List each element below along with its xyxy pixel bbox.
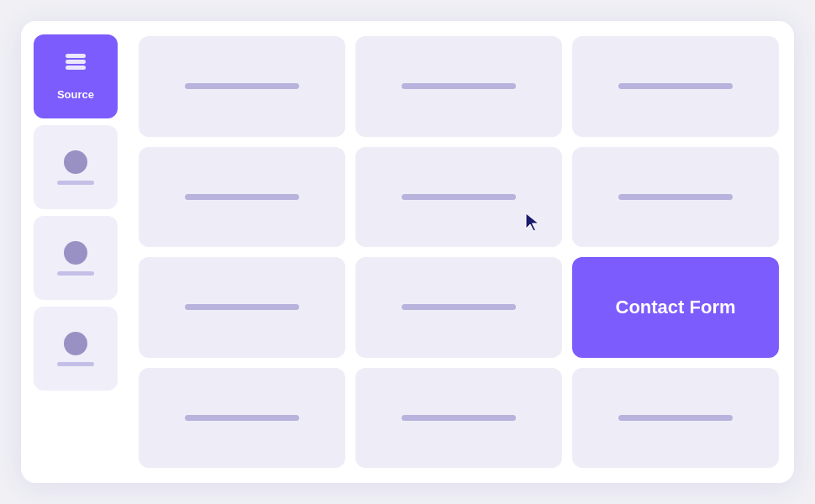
user1-bar: [57, 181, 94, 185]
cell-bar: [185, 83, 298, 89]
sidebar: Source: [21, 21, 130, 483]
cell-bar: [618, 83, 732, 89]
svg-rect-0: [66, 66, 86, 70]
grid-cell-r1c0[interactable]: [139, 147, 345, 248]
grid-row-3: [139, 368, 779, 469]
cell-bar: [402, 304, 515, 310]
user2-bar: [57, 271, 94, 276]
sidebar-item-source-label: Source: [57, 88, 94, 101]
svg-rect-1: [66, 60, 86, 64]
sidebar-item-user3[interactable]: [34, 307, 118, 391]
grid-cell-r0c0[interactable]: [139, 36, 345, 137]
grid-cell-r1c1[interactable]: [355, 147, 562, 248]
grid-cell-r2c1[interactable]: [355, 257, 562, 358]
cell-bar: [402, 415, 515, 421]
cell-bar: [402, 194, 515, 200]
sidebar-item-user2[interactable]: [34, 216, 118, 300]
grid-row-1: [139, 147, 779, 248]
cell-bar: [185, 194, 298, 200]
contact-form-label: Contact Form: [616, 297, 736, 318]
main-grid-area: Contact Form: [130, 21, 794, 483]
sidebar-item-user1[interactable]: [34, 125, 118, 209]
grid-cell-r2c0[interactable]: [139, 257, 345, 358]
grid-row-0: [139, 36, 779, 137]
grid-cell-r1c2[interactable]: [572, 147, 779, 248]
sidebar-item-source[interactable]: Source: [34, 34, 118, 118]
cursor-overlay: [523, 212, 542, 237]
user1-avatar: [64, 150, 87, 174]
app-container: Source: [21, 21, 794, 483]
grid-cell-r3c0[interactable]: [139, 368, 345, 469]
user3-avatar: [64, 332, 87, 355]
user3-bar: [57, 362, 94, 366]
cell-bar: [618, 194, 732, 200]
grid-cell-r2c2-contact-form[interactable]: Contact Form: [572, 257, 779, 358]
cell-bar: [185, 304, 298, 310]
cell-bar: [618, 415, 732, 421]
grid-cell-r3c1[interactable]: [355, 368, 562, 469]
grid-cell-r3c2[interactable]: [572, 368, 779, 469]
cell-bar: [185, 415, 298, 421]
layers-icon: [62, 52, 89, 81]
grid-cell-r0c2[interactable]: [572, 36, 779, 137]
svg-rect-2: [66, 54, 86, 58]
grid-cell-r0c1[interactable]: [355, 36, 562, 137]
user2-avatar: [64, 241, 87, 265]
grid-row-2: Contact Form: [139, 257, 779, 358]
cell-bar: [402, 83, 515, 89]
